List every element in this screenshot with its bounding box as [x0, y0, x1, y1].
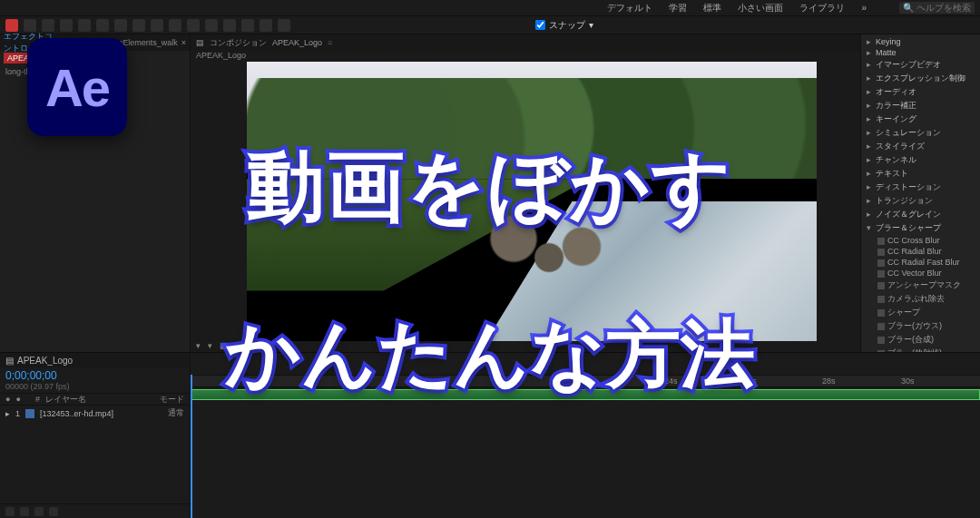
viewer-res-dropdown[interactable]: ▾ [208, 341, 212, 350]
fx-category[interactable]: ノイズ＆グレイン [865, 208, 980, 221]
fx-category[interactable]: エクスプレッション制御 [865, 72, 980, 85]
layer-color-swatch[interactable] [25, 409, 34, 418]
ruler-tick: 30s [901, 376, 915, 386]
roto-tool-icon[interactable] [260, 19, 272, 32]
viewer-tab-name[interactable]: APEAK_Logo [272, 38, 322, 47]
camera-tool-icon[interactable] [114, 19, 127, 32]
close-panel-icon[interactable]: × [181, 38, 186, 47]
menu-chevrons-icon[interactable]: » [861, 3, 867, 13]
toolbar: スナップ ▾ [0, 16, 980, 34]
fx-category[interactable]: シミュレーション [865, 126, 980, 140]
timeline-ruler[interactable]: 24s 26s 28s 30s [191, 375, 980, 387]
fx-effect[interactable]: ブラー(ガウス) [865, 319, 980, 333]
fx-category[interactable]: スタイライズ [865, 140, 980, 153]
timecode-sub: 00000 (29.97 fps) [5, 382, 184, 391]
ruler-tick: 24s [664, 376, 678, 386]
fx-category[interactable]: トランジション [865, 194, 980, 208]
table-row[interactable]: ▸ 1 [132453..er-hd.mp4] 通常 [0, 406, 190, 421]
menu-small[interactable]: 小さい画面 [738, 2, 783, 15]
col-layer-name: レイヤー名 [45, 394, 86, 406]
composition-viewer: ▤ コンポジション APEAK_Logo ≡ APEAK_Logo ▾ ▾ ▦ [191, 34, 860, 352]
help-search[interactable]: 🔍 [899, 2, 975, 14]
menu-learn[interactable]: 学習 [669, 2, 687, 15]
chevron-down-icon: ▾ [589, 20, 593, 30]
viewer-footer-tray: ▾ ▾ ▦ [191, 339, 860, 352]
menu-library[interactable]: ライブラリ [799, 2, 845, 15]
timeline-layer-panel: ▤ APEAK_Logo 0;00;00;00 00000 (29.97 fps… [0, 353, 191, 518]
menu-default[interactable]: デフォルト [607, 2, 652, 15]
fx-effect[interactable]: カメラぶれ除去 [865, 292, 980, 306]
viewer-canvas[interactable] [247, 62, 817, 341]
col-mode: モード [160, 394, 184, 406]
hand-tool-icon[interactable] [42, 19, 54, 32]
menu-standard[interactable]: 標準 [703, 2, 721, 15]
ae-app-badge: Ae [27, 38, 127, 136]
brush-tool-icon[interactable] [205, 19, 218, 32]
fx-effect[interactable]: ブラー(放射状) [865, 347, 980, 352]
help-search-input[interactable] [916, 3, 971, 13]
fx-effect[interactable]: CC Cross Blur [865, 235, 980, 246]
fx-category[interactable]: Matte [865, 47, 980, 58]
fx-effect[interactable]: CC Vector Blur [865, 268, 980, 279]
viewer-menu-icon[interactable]: ▤ [196, 38, 204, 47]
playhead[interactable] [191, 375, 192, 518]
clone-tool-icon[interactable] [223, 19, 236, 32]
pen-tool-icon[interactable] [169, 19, 181, 32]
viewer-grid-icon[interactable]: ▦ [220, 341, 228, 350]
shape-tool-icon[interactable] [151, 19, 163, 32]
snap-toggle[interactable]: スナップ ▾ [535, 19, 593, 32]
preview-image [247, 62, 817, 341]
col-lock-icon[interactable]: ● [15, 395, 20, 404]
timeline-panel[interactable]: 24s 26s 28s 30s [191, 353, 980, 518]
current-timecode[interactable]: 0;00;00;00 00000 (29.97 fps) [0, 367, 190, 393]
fx-category[interactable]: テキスト [865, 167, 980, 181]
fx-category[interactable]: Keying [865, 36, 980, 47]
ae-badge-text: Ae [45, 57, 109, 118]
zoom-tool-icon[interactable] [60, 19, 73, 32]
fx-category[interactable]: チャンネル [865, 153, 980, 167]
fx-category[interactable]: ディストーション [865, 181, 980, 194]
footer-btn-1[interactable] [5, 507, 15, 516]
snap-label: スナップ [549, 19, 585, 32]
type-tool-icon[interactable] [187, 19, 200, 32]
fx-category[interactable]: イマーシブビデオ [865, 58, 980, 72]
layer-name[interactable]: [132453..er-hd.mp4] [40, 409, 113, 418]
footer-btn-4[interactable] [49, 507, 58, 516]
pan-tool-icon[interactable] [132, 19, 145, 32]
comp-tab[interactable]: APEAK_Logo [17, 356, 73, 366]
fx-effect[interactable]: CC Radial Fast Blur [865, 257, 980, 268]
row-index: 1 [15, 409, 20, 418]
puppet-tool-icon[interactable] [278, 19, 290, 32]
snap-checkbox[interactable] [535, 20, 545, 30]
workspace-menubar: デフォルト 学習 標準 小さい画面 ライブラリ » 🔍 [0, 0, 980, 16]
ruler-tick: 28s [822, 376, 836, 386]
layer-blend-mode[interactable]: 通常 [168, 407, 184, 419]
footer-btn-3[interactable] [34, 507, 44, 516]
twirl-icon[interactable]: ▸ [5, 409, 10, 418]
viewer-tab-prefix: コンポジション [210, 37, 267, 49]
eraser-tool-icon[interactable] [241, 19, 254, 32]
timeline-clip[interactable] [191, 389, 980, 400]
fx-category-open[interactable]: ブラー＆シャープ [865, 221, 980, 235]
selection-tool-icon[interactable] [24, 19, 36, 32]
fx-effect[interactable]: アンシャープマスク [865, 279, 980, 292]
rotate-tool-icon[interactable] [96, 19, 109, 32]
fx-effect[interactable]: CC Radial Blur [865, 246, 980, 257]
footer-btn-2[interactable] [20, 507, 29, 516]
viewer-breadcrumb[interactable]: APEAK_Logo [196, 51, 246, 60]
fx-category[interactable]: カラー補正 [865, 99, 980, 112]
fx-effect[interactable]: シャープ [865, 306, 980, 319]
fx-category[interactable]: キーイング [865, 112, 980, 126]
fx-effect[interactable]: ブラー(合成) [865, 333, 980, 347]
viewer-zoom-dropdown[interactable]: ▾ [196, 341, 201, 350]
fx-category[interactable]: オーディオ [865, 85, 980, 99]
home-icon[interactable] [5, 19, 18, 32]
search-icon: 🔍 [903, 3, 914, 13]
ruler-tick: 26s [743, 376, 757, 386]
panel-menu-icon[interactable]: ▤ [5, 356, 14, 366]
col-toggle-icon[interactable]: ● [5, 395, 10, 404]
orbit-tool-icon[interactable] [78, 19, 91, 32]
effects-browser-panel: KeyingMatteイマーシブビデオエクスプレッション制御オーディオカラー補正… [860, 34, 980, 352]
